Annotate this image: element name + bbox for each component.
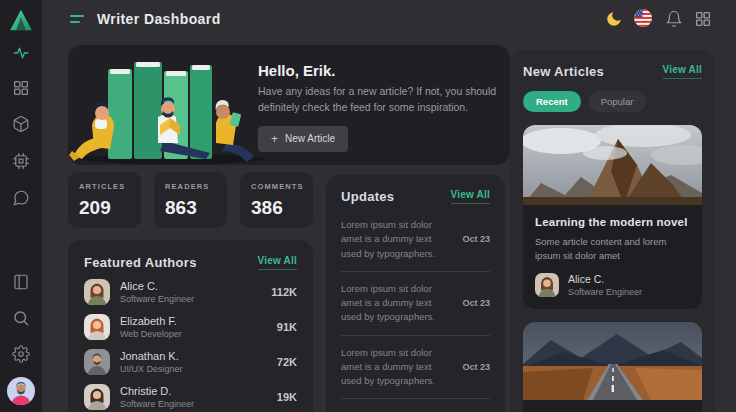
- menu-toggle-icon[interactable]: [70, 15, 84, 23]
- author-meta: Elizabeth F. Web Developer: [120, 315, 182, 339]
- featured-authors-title: Featured Authors: [84, 255, 197, 270]
- author-avatar: [84, 314, 110, 340]
- author-readers-count: 112K: [271, 286, 297, 298]
- article-author-name: Alice C.: [568, 273, 642, 285]
- author-row-alice[interactable]: Alice C. Software Engineer 112K: [84, 279, 297, 305]
- update-item: Lorem ipsum sit dolor amet is a dummy te…: [341, 271, 490, 335]
- author-row-jonathan[interactable]: Jonathan K. UI/UX Designer 72K: [84, 349, 297, 375]
- article-author-row[interactable]: Alice C. Software Engineer: [535, 273, 690, 297]
- article-image-mountain: [523, 125, 702, 205]
- update-item: Lorem ipsum sit dolor amet is a dummy te…: [341, 335, 490, 399]
- author-readers-count: 72K: [277, 356, 297, 368]
- cpu-icon: [12, 152, 30, 170]
- stat-label: COMMENTS: [251, 182, 302, 191]
- stat-card-readers: READERS 863: [154, 172, 227, 228]
- dark-mode-toggle[interactable]: [605, 10, 623, 28]
- new-articles-title: New Articles: [523, 64, 604, 79]
- new-article-label: New Article: [285, 133, 335, 144]
- article-card-learning-the-modern-novel[interactable]: Learning the modern novel Some article c…: [523, 125, 702, 309]
- update-date: Oct 23: [462, 234, 490, 244]
- notifications-button[interactable]: [665, 10, 683, 28]
- article-card-5-writing-tips[interactable]: 5 Writing tips for you: [523, 322, 702, 412]
- author-readers-count: 91K: [277, 321, 297, 333]
- sidebar: [0, 0, 42, 412]
- welcome-text: Hello, Erik. Have any ideas for a new ar…: [258, 62, 498, 152]
- article-excerpt: Some article content and lorem ipsum sit…: [535, 235, 690, 264]
- new-article-button[interactable]: + New Article: [258, 126, 348, 152]
- author-meta: Christie D. Software Engineer: [120, 385, 194, 409]
- moon-icon: [605, 10, 623, 28]
- author-role: Software Engineer: [120, 294, 194, 304]
- update-item: Lorem ipsum sit dolor amet is a dummy te…: [341, 398, 490, 412]
- sidebar-item-dashboard[interactable]: [12, 79, 30, 97]
- apps-menu-button[interactable]: [694, 10, 712, 28]
- logo-triangle: [8, 7, 34, 33]
- new-articles-header: New Articles View All: [523, 64, 702, 79]
- gear-icon: [12, 345, 30, 363]
- update-item: Lorem ipsum sit dolor amet is a dummy te…: [341, 208, 490, 271]
- author-role: Web Developer: [120, 329, 182, 339]
- update-text: Lorem ipsum sit dolor amet is a dummy te…: [341, 282, 443, 325]
- new-articles-view-all-link[interactable]: View All: [663, 64, 702, 79]
- greeting-message: Have any ideas for a new article? If not…: [258, 84, 498, 116]
- author-row-elizabeth[interactable]: Elizabeth F. Web Developer 91K: [84, 314, 297, 340]
- tab-recent[interactable]: Recent: [523, 91, 581, 112]
- stat-card-articles: ARTICLES 209: [68, 172, 141, 228]
- author-role: UI/UX Designer: [120, 364, 183, 374]
- activity-icon: [12, 44, 30, 62]
- header-actions: [605, 9, 736, 29]
- updates-header: Updates View All: [341, 189, 490, 204]
- new-articles-panel: New Articles View All Recent Popular: [510, 50, 715, 412]
- sidebar-item-packages[interactable]: [12, 115, 30, 133]
- article-title: Learning the modern novel: [535, 216, 690, 228]
- update-date: Oct 23: [462, 298, 490, 308]
- sidebar-item-messages[interactable]: [12, 189, 30, 207]
- author-avatar: [84, 349, 110, 375]
- stat-label: ARTICLES: [79, 182, 130, 191]
- cube-icon: [12, 115, 30, 133]
- updates-view-all-link[interactable]: View All: [451, 189, 490, 204]
- chat-icon: [12, 189, 30, 207]
- article-body: Learning the modern novel Some article c…: [523, 205, 702, 309]
- author-meta: Jonathan K. UI/UX Designer: [120, 350, 183, 374]
- update-text: Lorem ipsum sit dolor amet is a dummy te…: [341, 346, 443, 389]
- sidebar-item-system[interactable]: [12, 152, 30, 170]
- author-role: Software Engineer: [120, 399, 194, 409]
- author-readers-count: 19K: [277, 391, 297, 403]
- updates-list: Lorem ipsum sit dolor amet is a dummy te…: [341, 208, 490, 412]
- language-selector[interactable]: [634, 9, 654, 29]
- tab-popular[interactable]: Popular: [588, 91, 647, 112]
- grid-icon: [12, 79, 30, 97]
- top-header: Writer Dashboard: [42, 0, 736, 38]
- article-image-road: [523, 322, 702, 400]
- greeting: Hello, Erik.: [258, 62, 498, 79]
- user-avatar[interactable]: [7, 377, 35, 405]
- bell-icon: [665, 10, 683, 28]
- sidebar-item-activity[interactable]: [12, 44, 30, 62]
- sidebar-item-library[interactable]: [12, 273, 30, 291]
- sidebar-item-search[interactable]: [12, 309, 30, 327]
- author-row-christie[interactable]: Christie D. Software Engineer 19K: [84, 384, 297, 410]
- featured-authors-card: Featured Authors View All Alice C. Softw…: [68, 240, 313, 412]
- update-text: Lorem ipsum sit dolor amet is a dummy te…: [341, 218, 443, 261]
- hero-illustration: [68, 53, 283, 165]
- author-name: Elizabeth F.: [120, 315, 182, 327]
- stat-value: 863: [165, 197, 216, 219]
- app-logo-icon[interactable]: [8, 7, 34, 31]
- stat-value: 209: [79, 197, 130, 219]
- article-author-avatar: [535, 273, 559, 297]
- author-meta: Alice C. Software Engineer: [120, 280, 194, 304]
- featured-authors-header: Featured Authors View All: [84, 255, 297, 270]
- author-name: Alice C.: [120, 280, 194, 292]
- featured-authors-view-all-link[interactable]: View All: [258, 255, 297, 270]
- author-avatar: [84, 279, 110, 305]
- plus-icon: +: [271, 133, 278, 145]
- sidebar-item-settings[interactable]: [12, 345, 30, 363]
- writer-dashboard-app: Writer Dashboard: [0, 0, 736, 412]
- article-author-role: Software Engineer: [568, 287, 642, 297]
- user-avatar-image: [7, 377, 35, 405]
- author-name: Christie D.: [120, 385, 194, 397]
- updates-card: Updates View All Lorem ipsum sit dolor a…: [326, 175, 505, 412]
- apps-grid-icon: [694, 10, 712, 28]
- article-author-meta: Alice C. Software Engineer: [568, 273, 642, 297]
